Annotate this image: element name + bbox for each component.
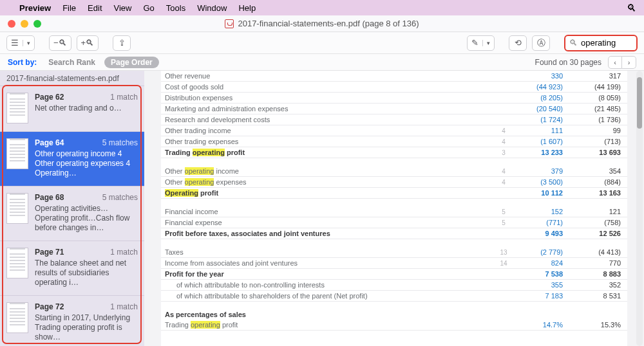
search-result[interactable]: Page 711 matchThe balance sheet and net … xyxy=(0,241,144,295)
table-row: Operating profit10 11213 163 xyxy=(161,188,627,199)
row-value-prior: 758 xyxy=(569,219,627,226)
view-mode-button[interactable]: ☰ ▾ xyxy=(6,35,35,51)
row-value-current: 7 538 xyxy=(511,270,569,278)
row-value-current: 10 112 xyxy=(511,189,569,197)
window-title-text: 2017-financial-statements-en.pdf (page 8… xyxy=(238,19,419,28)
row-value-current: 9 493 xyxy=(511,230,569,237)
prev-match-button[interactable]: ‹ xyxy=(608,56,622,69)
spotlight-icon[interactable]: 🔍︎ xyxy=(627,3,636,14)
markup-toolbar-button[interactable]: Ⓐ xyxy=(532,35,550,51)
row-note: 4 xyxy=(496,179,511,186)
menu-help[interactable]: Help xyxy=(238,3,256,13)
row-value-prior: 352 xyxy=(569,281,627,289)
chevron-down-icon: ▾ xyxy=(23,40,34,46)
row-value-prior: 884 xyxy=(569,178,627,186)
row-label: Other trading income xyxy=(161,127,496,134)
row-note: 4 xyxy=(496,168,511,175)
row-value-prior: 770 xyxy=(569,259,627,267)
row-note: 4 xyxy=(496,127,511,134)
search-result[interactable]: Page 621 matchNet other trading and o… xyxy=(0,86,144,131)
row-value-current: 2 779 xyxy=(511,248,569,256)
row-value-current: 355 xyxy=(511,281,569,289)
share-button[interactable]: ⇪ xyxy=(113,35,131,51)
markup-icon: Ⓐ xyxy=(537,37,545,49)
row-label: Profit for the year xyxy=(161,270,496,278)
rotate-button[interactable]: ⟲ xyxy=(509,35,527,51)
window: 2017-financial-statements-en.pdf (page 8… xyxy=(0,15,644,346)
zoom-out-button[interactable]: −🔍︎ xyxy=(49,35,71,51)
menu-go[interactable]: Go xyxy=(143,3,154,13)
zoom-in-button[interactable]: +🔍︎ xyxy=(77,35,99,51)
menubar: Preview File Edit View Go Tools Window H… xyxy=(0,0,644,15)
row-value-prior: 8 883 xyxy=(569,270,627,278)
zoom-out-icon: −🔍︎ xyxy=(53,38,67,48)
row-label: Other operating income xyxy=(161,167,496,175)
zoom-in-icon: +🔍︎ xyxy=(81,38,95,48)
search-icon: 🔍︎ xyxy=(569,38,578,48)
row-value-current: 1 607 xyxy=(511,138,569,145)
row-label: Marketing and administration expenses xyxy=(161,105,496,113)
table-row: Profit before taxes, associates and join… xyxy=(161,228,627,239)
menu-window[interactable]: Window xyxy=(197,3,227,13)
next-match-button[interactable]: › xyxy=(622,56,636,69)
close-button[interactable] xyxy=(8,20,15,28)
menu-tools[interactable]: Tools xyxy=(166,3,185,13)
sort-search-rank[interactable]: Search Rank xyxy=(48,58,95,67)
row-note: 5 xyxy=(496,219,511,226)
sort-page-order[interactable]: Page Order xyxy=(104,57,159,68)
table-row: Profit for the year7 5388 883 xyxy=(161,269,627,280)
row-value-current: 7 183 xyxy=(511,292,569,300)
result-page: Page 71 xyxy=(35,248,64,257)
row-label: Research and development costs xyxy=(161,116,496,123)
page-thumbnail xyxy=(6,248,28,278)
row-label: Other operating expenses xyxy=(161,178,496,186)
row-value-prior: 99 xyxy=(569,127,627,134)
search-input[interactable] xyxy=(569,37,632,48)
table-row: Trading operating profit14.715.3 xyxy=(161,320,627,331)
result-snippet: Operating activities… Operating profit…C… xyxy=(35,204,138,233)
search-field[interactable]: 🔍︎ xyxy=(564,35,638,51)
table-row: As percentages of sales xyxy=(161,309,627,320)
result-page: Page 72 xyxy=(35,302,64,311)
row-note: 5 xyxy=(496,208,511,215)
search-result[interactable]: Page 685 matchesOperating activities… Op… xyxy=(0,186,144,241)
row-note: 3 xyxy=(496,149,511,156)
row-value-prior: 121 xyxy=(569,208,627,215)
row-label: Cost of goods sold xyxy=(161,83,496,91)
sidebar-heading: 2017-financial-statements-en.pdf xyxy=(0,71,144,86)
markup-pen-button[interactable]: ✎ ▾ xyxy=(467,35,495,51)
minimize-button[interactable] xyxy=(21,20,28,28)
menu-edit[interactable]: Edit xyxy=(88,3,102,13)
vertical-scrollbar[interactable] xyxy=(636,71,643,346)
table-row: of which attributable to shareholders of… xyxy=(161,291,627,302)
result-match-count: 5 matches xyxy=(102,193,138,202)
result-match-count: 1 match xyxy=(110,93,138,102)
row-value-prior: 713 xyxy=(569,138,627,145)
row-value-current: 44 923 xyxy=(511,83,569,91)
row-value-prior: 13 163 xyxy=(569,189,627,197)
table-row: of which attributable to non-controlling… xyxy=(161,280,627,291)
zoom-button[interactable] xyxy=(33,20,41,28)
row-value-current: 8 205 xyxy=(511,94,569,102)
menu-view[interactable]: View xyxy=(114,3,132,13)
menu-file[interactable]: File xyxy=(62,3,76,13)
table-row: Other operating expenses43 500884 xyxy=(161,177,627,188)
document-page: Other revenue330317Cost of goods sold44 … xyxy=(161,71,627,346)
row-label: Profit before taxes, associates and join… xyxy=(161,230,496,237)
app-menu[interactable]: Preview xyxy=(19,3,51,13)
search-result[interactable]: Page 645 matchesOther operating income 4… xyxy=(0,131,144,186)
row-value-prior: 44 199 xyxy=(569,83,627,91)
row-value-current: 379 xyxy=(511,167,569,175)
row-label: Income from associates and joint venture… xyxy=(161,259,496,267)
table-row: Other trading expenses41 607713 xyxy=(161,136,627,147)
row-value-prior: 21 485 xyxy=(569,105,627,113)
table-row: Financial expense5771758 xyxy=(161,217,627,228)
document-pane[interactable]: Other revenue330317Cost of goods sold44 … xyxy=(144,71,644,346)
row-label: Operating profit xyxy=(161,189,496,197)
result-match-count: 1 match xyxy=(110,248,138,257)
result-page: Page 68 xyxy=(35,193,64,202)
search-result[interactable]: Page 721 matchStarting in 2017, Underlyi… xyxy=(0,295,144,346)
row-value-prior: 354 xyxy=(569,167,627,175)
row-value-current: 824 xyxy=(511,259,569,267)
search-results-sidebar: 2017-financial-statements-en.pdf Page 62… xyxy=(0,71,144,346)
